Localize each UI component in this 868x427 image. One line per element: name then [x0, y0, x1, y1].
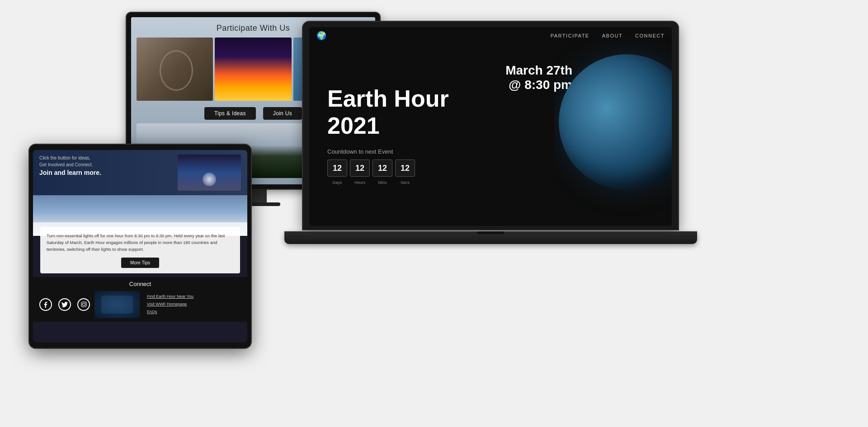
- tablet-connect-bottom: Find Earth Hour Near You Visit WWF Homep…: [39, 291, 241, 318]
- tablet-device: Click the button for ideas, Get Involved…: [29, 145, 251, 348]
- earth-image: [554, 36, 672, 217]
- tablet-header-line2: Get Involved and Connect.: [39, 161, 178, 168]
- tablet-header-text: Click the button for ideas, Get Involved…: [39, 155, 178, 176]
- countdown-hours: 12: [350, 160, 370, 177]
- tablet-header: Click the button for ideas, Get Involved…: [33, 150, 247, 195]
- laptop-notch: [477, 231, 504, 234]
- laptop-nav: 🌍 PARTICIPATE ABOUT CONNECT: [309, 27, 672, 44]
- monitor-button-row: Tips & Ideas Join Us: [204, 107, 302, 120]
- svg-point-1: [82, 303, 85, 306]
- join-us-button[interactable]: Join Us: [263, 107, 302, 120]
- monitor-image-city: [215, 38, 291, 101]
- tablet-header-line1: Click the button for ideas,: [39, 155, 178, 161]
- instagram-icon[interactable]: [77, 298, 90, 311]
- link-faqs[interactable]: FAQs: [147, 308, 241, 316]
- nav-participate[interactable]: PARTICIPATE: [551, 33, 590, 38]
- tablet-links: Find Earth Hour Near You Visit WWF Homep…: [144, 293, 241, 316]
- countdown-days: 12: [327, 160, 347, 177]
- tablet-tips-box: Turn non-essential lights off for one ho…: [40, 227, 240, 273]
- more-tips-button[interactable]: More Tips: [121, 258, 159, 268]
- label-days: Days: [327, 180, 347, 185]
- facebook-icon[interactable]: [39, 298, 52, 311]
- link-find-earth-hour[interactable]: Find Earth Hour Near You: [147, 293, 241, 300]
- nav-connect[interactable]: CONNECT: [635, 33, 665, 38]
- monitor-image-globe: [137, 38, 213, 101]
- countdown-mins: 12: [373, 160, 392, 177]
- svg-point-2: [85, 303, 85, 303]
- globe-icon: 🌍: [316, 31, 326, 41]
- social-icons-row: [39, 298, 90, 311]
- label-hours: Hours: [350, 180, 370, 185]
- connect-title: Connect: [39, 281, 241, 287]
- tablet-headline: Join and learn more.: [39, 169, 178, 176]
- twitter-icon[interactable]: [58, 298, 71, 311]
- link-wwf[interactable]: Visit WWF Homepage: [147, 300, 241, 308]
- laptop-base: [284, 231, 697, 244]
- tablet-header-image: [178, 155, 241, 191]
- tablet-tips-text: Turn non-essential lights off for one ho…: [47, 232, 234, 253]
- tips-ideas-button[interactable]: Tips & Ideas: [204, 107, 256, 120]
- laptop-nav-links: PARTICIPATE ABOUT CONNECT: [551, 33, 665, 38]
- label-mins: Mins: [373, 180, 392, 185]
- laptop-screen: 🌍 PARTICIPATE ABOUT CONNECT Earth Hour 2…: [309, 27, 672, 226]
- monitor-title: Participate With Us: [217, 23, 290, 33]
- laptop-device: 🌍 PARTICIPATE ABOUT CONNECT Earth Hour 2…: [303, 22, 678, 257]
- tablet-screen: Click the button for ideas, Get Involved…: [33, 150, 247, 343]
- earth-sphere: [559, 54, 672, 190]
- label-secs: Secs: [395, 180, 415, 185]
- countdown-secs: 12: [395, 160, 415, 177]
- nav-about[interactable]: ABOUT: [602, 33, 623, 38]
- laptop-hero: Earth Hour 2021 Countdown to next Event …: [309, 27, 672, 226]
- tablet-connect-section: Connect: [33, 277, 247, 322]
- tablet-map-area: [94, 291, 140, 318]
